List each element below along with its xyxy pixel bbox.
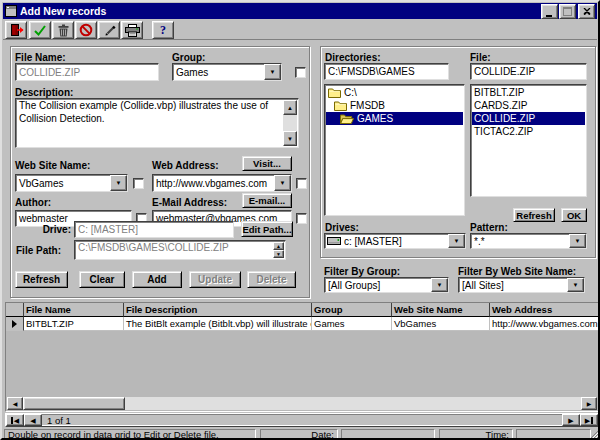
file-item[interactable]: BITBLT.ZIP — [472, 86, 585, 99]
filter-by-group-label: Filter By Group: — [324, 266, 400, 277]
chevron-down-icon: ▼ — [280, 180, 286, 186]
directory-item-selected[interactable]: GAMES — [326, 112, 463, 125]
exit-button[interactable] — [5, 21, 27, 39]
toolbar: ? — [3, 19, 597, 40]
file-field[interactable]: COLLIDE.ZIP — [470, 63, 587, 80]
row-selector-cell[interactable] — [6, 317, 24, 331]
filter-by-site-dropdown[interactable]: ▼ — [567, 278, 584, 292]
filter-by-group-dropdown[interactable]: ▼ — [431, 278, 448, 292]
web-site-name-combo[interactable]: VbGames ▼ — [15, 174, 128, 192]
scrollbar-thumb[interactable] — [23, 397, 125, 410]
group-checkbox[interactable] — [295, 67, 306, 78]
directories-listbox[interactable]: C:\ FMSDB GAMES — [324, 84, 465, 216]
scroll-right-icon[interactable]: ▶ — [581, 397, 597, 410]
scroll-down-icon[interactable]: ▼ — [283, 131, 297, 146]
grid-column-header[interactable]: File Name — [24, 303, 124, 317]
edit-button[interactable] — [98, 21, 120, 39]
files-listbox[interactable]: BITBLT.ZIP CARDS.ZIP COLLIDE.ZIP TICTAC2… — [470, 84, 587, 197]
web-site-name-dropdown[interactable]: ▼ — [110, 175, 127, 191]
grid-column-header[interactable]: Web Address — [490, 303, 598, 317]
delete-button[interactable] — [52, 21, 74, 39]
confirm-button[interactable] — [29, 21, 51, 39]
drives-combo-dropdown[interactable]: ▼ — [448, 234, 465, 248]
grid-column-header[interactable]: Web Site Name — [392, 303, 490, 317]
web-address-dropdown[interactable]: ▼ — [274, 175, 291, 191]
form-icon — [5, 5, 17, 17]
cell-web-address[interactable]: http://www.vbgames.com — [490, 317, 598, 331]
group-combo-value: Games — [173, 67, 264, 78]
web-address-checkbox[interactable] — [296, 178, 307, 189]
file-path-field[interactable]: C:\FMSDB\GAMES\COLLIDE.ZIP ▲ ▼ — [74, 240, 286, 260]
drive-icon — [327, 237, 341, 245]
file-item[interactable]: CARDS.ZIP — [472, 99, 585, 112]
grid-column-header[interactable]: Group — [312, 303, 392, 317]
maximize-button[interactable] — [559, 4, 576, 19]
nav-previous-button[interactable]: ◀ — [24, 414, 42, 426]
close-button[interactable] — [578, 4, 595, 19]
cancel-button[interactable] — [75, 21, 97, 39]
pattern-combo[interactable]: *.* ▼ — [470, 233, 587, 249]
author-value: webmaster — [19, 213, 68, 224]
description-scrollbar[interactable]: ▲ ▼ — [283, 100, 297, 146]
cell-web-site-name[interactable]: VbGames — [392, 317, 490, 331]
status-date-label-panel: Date: — [260, 429, 338, 440]
print-button[interactable] — [121, 21, 143, 39]
file-item[interactable]: TICTAC2.ZIP — [472, 125, 585, 138]
nav-next-button[interactable]: ▶ — [562, 414, 580, 426]
folder-open-icon — [340, 113, 354, 124]
grid-column-header[interactable]: File Description — [124, 303, 312, 317]
update-button[interactable]: Update — [189, 271, 241, 288]
cell-file-name[interactable]: BITBLT.ZIP — [24, 317, 124, 331]
status-time-label-panel: Time: — [439, 429, 513, 440]
file-name-value: COLLIDE.ZIP — [19, 67, 80, 78]
nav-first-button[interactable]: ◀ — [6, 414, 24, 426]
pattern-combo-value: *.* — [471, 236, 569, 247]
file-item-selected[interactable]: COLLIDE.ZIP — [472, 112, 585, 125]
scroll-down-icon[interactable]: ▼ — [273, 250, 284, 258]
minimize-button[interactable] — [541, 4, 558, 19]
clear-button[interactable]: Clear — [79, 271, 125, 288]
group-combo[interactable]: Games ▼ — [172, 63, 282, 81]
help-button[interactable]: ? — [152, 21, 174, 39]
file-path-value: C:\FMSDB\GAMES\COLLIDE.ZIP — [78, 242, 229, 253]
web-address-combo[interactable]: http://www.vbgames.com ▼ — [152, 174, 292, 192]
status-bar: Double on record in data grid to Edit or… — [2, 428, 600, 440]
printer-icon — [125, 24, 140, 37]
resize-grip-icon[interactable] — [591, 430, 600, 439]
drives-combo[interactable]: c: [MASTER] ▼ — [324, 233, 466, 249]
filter-by-site-combo[interactable]: [All Sites] ▼ — [458, 277, 585, 293]
status-time-value-panel — [516, 429, 591, 440]
grid-horizontal-scrollbar[interactable]: ◀ ▶ — [7, 397, 597, 410]
delete-record-button[interactable]: Delete — [247, 271, 296, 288]
scroll-left-icon[interactable]: ◀ — [7, 397, 23, 410]
cell-file-description[interactable]: The BitBlt example (Bitblt.vbp) will ill… — [124, 317, 312, 331]
file-name-field[interactable]: COLLIDE.ZIP — [15, 63, 159, 81]
scroll-up-icon[interactable]: ▲ — [283, 100, 297, 115]
pattern-combo-dropdown[interactable]: ▼ — [569, 234, 586, 248]
visit-button[interactable]: Visit... — [242, 156, 292, 171]
table-row[interactable]: BITBLT.ZIP The BitBlt example (Bitblt.vb… — [6, 317, 598, 331]
chevron-down-icon: ▼ — [454, 238, 460, 244]
browser-ok-button[interactable]: OK — [561, 208, 587, 222]
scroll-up-icon[interactable]: ▲ — [273, 242, 284, 250]
cell-group[interactable]: Games — [312, 317, 392, 331]
email-button[interactable]: E-mail... — [242, 193, 292, 208]
directory-item[interactable]: C:\ — [326, 86, 463, 99]
browser-refresh-button[interactable]: Refresh — [513, 208, 555, 222]
email-checkbox[interactable] — [296, 213, 307, 224]
group-combo-dropdown[interactable]: ▼ — [264, 64, 281, 80]
description-field[interactable]: The Collision example (Collide.vbp) illu… — [15, 98, 299, 148]
add-button[interactable]: Add — [132, 271, 182, 288]
group-label: Group: — [172, 52, 205, 63]
nav-last-button[interactable]: ▶ — [580, 414, 598, 426]
edit-path-button[interactable]: Edit Path... — [241, 221, 293, 237]
directory-item[interactable]: FMSDB — [326, 99, 463, 112]
filter-by-group-combo[interactable]: [All Groups] ▼ — [324, 277, 449, 293]
file-path-scrollbar[interactable]: ▲ ▼ — [273, 242, 284, 258]
refresh-button[interactable]: Refresh — [15, 271, 68, 288]
web-site-name-checkbox[interactable] — [133, 178, 144, 189]
data-grid[interactable]: File Name File Description Group Web Sit… — [5, 302, 599, 412]
author-label: Author: — [15, 197, 51, 208]
drive-field[interactable]: C: [MASTER] — [74, 221, 234, 238]
directories-path-field[interactable]: C:\FMSDB\GAMES — [324, 63, 449, 80]
